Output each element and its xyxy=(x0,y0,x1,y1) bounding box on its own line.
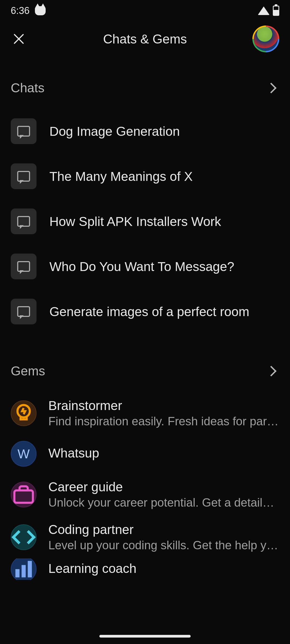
status-time: 6:36 xyxy=(11,5,30,16)
page-title: Chats & Gems xyxy=(103,32,187,46)
chat-item[interactable]: The Many Meanings of X xyxy=(11,154,279,199)
gem-title: Brainstormer xyxy=(48,398,279,413)
gem-item-learning-coach[interactable]: Learning coach xyxy=(11,558,279,580)
content: Chats Dog Image Generation The Many Mean… xyxy=(0,80,290,580)
chats-section-header[interactable]: Chats xyxy=(11,80,279,95)
svg-rect-3 xyxy=(21,565,26,577)
svg-rect-4 xyxy=(28,561,32,577)
chat-title: Dog Image Generation xyxy=(49,124,180,139)
gem-item-career-guide[interactable]: Career guide Unlock your career potentia… xyxy=(11,473,279,516)
gem-item-whatsup[interactable]: W Whatsup xyxy=(11,434,279,473)
briefcase-icon xyxy=(11,482,37,507)
gem-text: Coding partner Level up your coding skil… xyxy=(48,522,279,552)
chat-bubble-icon xyxy=(17,261,30,272)
avatar-image xyxy=(254,27,278,51)
svg-rect-2 xyxy=(15,569,19,577)
gem-letter: W xyxy=(17,447,30,461)
chats-section-title: Chats xyxy=(11,80,44,95)
chevron-right-icon xyxy=(266,83,277,93)
chat-title: Generate images of a perfect room xyxy=(49,304,249,319)
profile-avatar[interactable] xyxy=(252,25,279,52)
chat-icon-box xyxy=(11,299,37,324)
chat-title: Who Do You Want To Message? xyxy=(49,259,234,274)
gems-section-title: Gems xyxy=(11,364,45,378)
home-indicator[interactable] xyxy=(99,635,191,638)
chat-title: The Many Meanings of X xyxy=(49,169,193,184)
gem-desc: Find inspiration easily. Fresh ideas for… xyxy=(48,415,279,428)
chat-bubble-icon xyxy=(17,171,30,182)
gem-desc: Unlock your career potential. Get a deta… xyxy=(48,496,279,509)
status-right xyxy=(258,6,279,16)
gem-text: Learning coach xyxy=(48,561,279,577)
chat-bubble-icon xyxy=(17,126,30,137)
close-icon xyxy=(13,33,25,45)
chart-icon xyxy=(11,558,37,580)
gem-desc: Level up your coding skills. Get the hel… xyxy=(48,539,279,552)
gem-letter-icon: W xyxy=(11,441,37,467)
header: Chats & Gems xyxy=(0,21,290,56)
battery-icon xyxy=(273,6,279,16)
chat-title: How Split APK Installers Work xyxy=(49,214,221,229)
gem-title: Whatsup xyxy=(48,446,279,460)
chat-icon-box xyxy=(11,254,37,279)
gems-section-header[interactable]: Gems xyxy=(11,364,279,378)
gem-item-coding-partner[interactable]: Coding partner Level up your coding skil… xyxy=(11,516,279,558)
code-icon xyxy=(11,524,37,550)
status-left: 6:36 xyxy=(11,5,46,16)
gem-title: Coding partner xyxy=(48,522,279,537)
gem-text: Brainstormer Find inspiration easily. Fr… xyxy=(48,398,279,428)
status-bar: 6:36 xyxy=(0,0,290,21)
chat-item[interactable]: How Split APK Installers Work xyxy=(11,199,279,244)
gem-title: Career guide xyxy=(48,480,279,494)
gem-item-brainstormer[interactable]: Brainstormer Find inspiration easily. Fr… xyxy=(11,392,279,434)
chevron-right-icon xyxy=(266,366,277,376)
chat-bubble-icon xyxy=(17,216,30,227)
gem-title: Learning coach xyxy=(48,561,279,576)
chat-item[interactable]: Who Do You Want To Message? xyxy=(11,244,279,289)
close-button[interactable] xyxy=(11,31,27,47)
chat-icon-box xyxy=(11,118,37,144)
svg-rect-1 xyxy=(15,490,33,503)
lightbulb-icon xyxy=(11,400,37,426)
wifi-icon xyxy=(258,6,270,15)
chat-item[interactable]: Dog Image Generation xyxy=(11,109,279,154)
gem-text: Whatsup xyxy=(48,446,279,462)
chat-item[interactable]: Generate images of a perfect room xyxy=(11,289,279,334)
chat-icon-box xyxy=(11,163,37,189)
chat-icon-box xyxy=(11,208,37,234)
notification-icon xyxy=(35,6,46,15)
chat-bubble-icon xyxy=(17,306,30,317)
gem-text: Career guide Unlock your career potentia… xyxy=(48,480,279,509)
